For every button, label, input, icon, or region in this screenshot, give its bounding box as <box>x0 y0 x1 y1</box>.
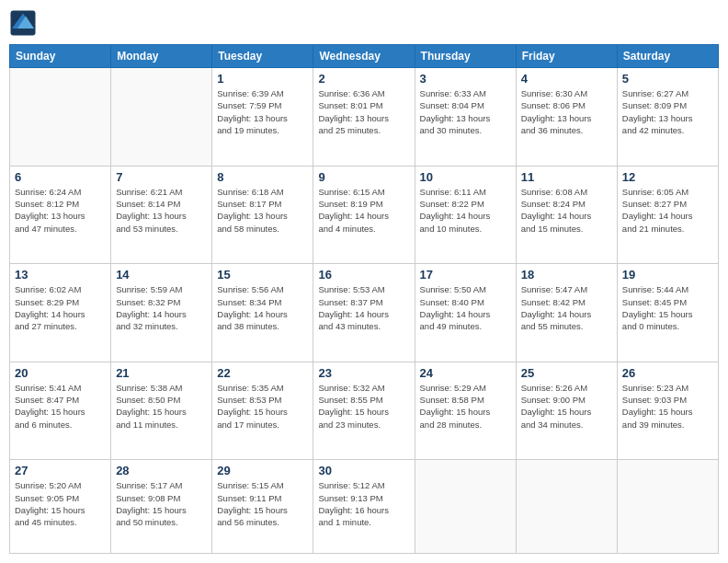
day-info: Sunrise: 5:47 AMSunset: 8:42 PMDaylight:… <box>521 283 612 332</box>
day-info: Sunrise: 6:18 AMSunset: 8:17 PMDaylight:… <box>217 186 308 235</box>
day-info: Sunrise: 5:23 AMSunset: 9:03 PMDaylight:… <box>622 382 713 431</box>
calendar-cell: 5Sunrise: 6:27 AMSunset: 8:09 PMDaylight… <box>617 68 718 167</box>
calendar-cell: 6Sunrise: 6:24 AMSunset: 8:12 PMDaylight… <box>10 166 111 264</box>
calendar-cell <box>111 68 212 167</box>
day-number: 5 <box>622 72 713 86</box>
calendar-cell: 14Sunrise: 5:59 AMSunset: 8:32 PMDayligh… <box>111 264 212 362</box>
day-info: Sunrise: 5:15 AMSunset: 9:11 PMDaylight:… <box>217 479 308 528</box>
day-info: Sunrise: 6:02 AMSunset: 8:29 PMDaylight:… <box>15 283 106 332</box>
day-info: Sunrise: 5:26 AMSunset: 9:00 PMDaylight:… <box>521 382 612 431</box>
day-info: Sunrise: 5:53 AMSunset: 8:37 PMDaylight:… <box>318 283 409 332</box>
day-info: Sunrise: 6:24 AMSunset: 8:12 PMDaylight:… <box>15 186 106 235</box>
week-row-2: 6Sunrise: 6:24 AMSunset: 8:12 PMDaylight… <box>10 166 719 264</box>
calendar-cell <box>617 460 718 554</box>
calendar-cell: 18Sunrise: 5:47 AMSunset: 8:42 PMDayligh… <box>516 264 617 362</box>
day-number: 30 <box>318 464 409 477</box>
day-number: 14 <box>116 268 207 282</box>
day-number: 10 <box>420 170 511 184</box>
calendar-header-row: Sunday Monday Tuesday Wednesday Thursday… <box>10 45 719 68</box>
calendar-cell: 15Sunrise: 5:56 AMSunset: 8:34 PMDayligh… <box>212 264 313 362</box>
col-tuesday: Tuesday <box>212 45 313 68</box>
calendar-cell: 19Sunrise: 5:44 AMSunset: 8:45 PMDayligh… <box>617 264 718 362</box>
day-info: Sunrise: 5:32 AMSunset: 8:55 PMDaylight:… <box>318 382 409 431</box>
calendar-cell: 4Sunrise: 6:30 AMSunset: 8:06 PMDaylight… <box>516 68 617 167</box>
calendar-cell: 11Sunrise: 6:08 AMSunset: 8:24 PMDayligh… <box>516 166 617 264</box>
day-info: Sunrise: 5:56 AMSunset: 8:34 PMDaylight:… <box>217 283 308 332</box>
col-sunday: Sunday <box>10 45 111 68</box>
calendar-cell: 26Sunrise: 5:23 AMSunset: 9:03 PMDayligh… <box>617 362 718 460</box>
day-number: 8 <box>217 170 308 184</box>
day-info: Sunrise: 6:21 AMSunset: 8:14 PMDaylight:… <box>116 186 207 235</box>
calendar-cell: 28Sunrise: 5:17 AMSunset: 9:08 PMDayligh… <box>111 460 212 554</box>
calendar-cell: 29Sunrise: 5:15 AMSunset: 9:11 PMDayligh… <box>212 460 313 554</box>
day-info: Sunrise: 6:05 AMSunset: 8:27 PMDaylight:… <box>622 186 713 235</box>
calendar-cell: 12Sunrise: 6:05 AMSunset: 8:27 PMDayligh… <box>617 166 718 264</box>
week-row-1: 1Sunrise: 6:39 AMSunset: 7:59 PMDaylight… <box>10 68 719 167</box>
calendar-cell: 16Sunrise: 5:53 AMSunset: 8:37 PMDayligh… <box>313 264 415 362</box>
calendar-cell: 25Sunrise: 5:26 AMSunset: 9:00 PMDayligh… <box>516 362 617 460</box>
day-info: Sunrise: 6:36 AMSunset: 8:01 PMDaylight:… <box>318 87 409 136</box>
week-row-5: 27Sunrise: 5:20 AMSunset: 9:05 PMDayligh… <box>10 460 719 554</box>
day-number: 23 <box>318 366 409 380</box>
calendar-table: Sunday Monday Tuesday Wednesday Thursday… <box>9 44 719 554</box>
day-number: 13 <box>15 268 106 282</box>
day-number: 28 <box>116 464 207 477</box>
calendar-cell: 1Sunrise: 6:39 AMSunset: 7:59 PMDaylight… <box>212 68 313 167</box>
logo-icon <box>9 9 37 37</box>
day-number: 26 <box>622 366 713 380</box>
calendar-cell <box>10 68 111 167</box>
week-row-3: 13Sunrise: 6:02 AMSunset: 8:29 PMDayligh… <box>10 264 719 362</box>
col-wednesday: Wednesday <box>313 45 415 68</box>
col-saturday: Saturday <box>617 45 718 68</box>
calendar-cell: 22Sunrise: 5:35 AMSunset: 8:53 PMDayligh… <box>212 362 313 460</box>
day-info: Sunrise: 6:08 AMSunset: 8:24 PMDaylight:… <box>521 186 612 235</box>
day-number: 4 <box>521 72 612 86</box>
day-number: 21 <box>116 366 207 380</box>
day-info: Sunrise: 6:30 AMSunset: 8:06 PMDaylight:… <box>521 87 612 136</box>
day-info: Sunrise: 5:17 AMSunset: 9:08 PMDaylight:… <box>116 479 207 528</box>
calendar-cell: 30Sunrise: 5:12 AMSunset: 9:13 PMDayligh… <box>313 460 415 554</box>
day-number: 27 <box>15 464 106 477</box>
calendar-cell: 24Sunrise: 5:29 AMSunset: 8:58 PMDayligh… <box>415 362 516 460</box>
day-number: 29 <box>217 464 308 477</box>
day-number: 9 <box>318 170 409 184</box>
day-number: 2 <box>318 72 409 86</box>
day-info: Sunrise: 5:50 AMSunset: 8:40 PMDaylight:… <box>420 283 511 332</box>
day-info: Sunrise: 5:12 AMSunset: 9:13 PMDaylight:… <box>318 479 409 528</box>
day-info: Sunrise: 5:35 AMSunset: 8:53 PMDaylight:… <box>217 382 308 431</box>
logo <box>9 9 40 37</box>
day-info: Sunrise: 5:38 AMSunset: 8:50 PMDaylight:… <box>116 382 207 431</box>
calendar-cell: 3Sunrise: 6:33 AMSunset: 8:04 PMDaylight… <box>415 68 516 167</box>
day-number: 19 <box>622 268 713 282</box>
col-friday: Friday <box>516 45 617 68</box>
day-number: 16 <box>318 268 409 282</box>
day-info: Sunrise: 5:59 AMSunset: 8:32 PMDaylight:… <box>116 283 207 332</box>
week-row-4: 20Sunrise: 5:41 AMSunset: 8:47 PMDayligh… <box>10 362 719 460</box>
day-info: Sunrise: 6:15 AMSunset: 8:19 PMDaylight:… <box>318 186 409 235</box>
page: Sunday Monday Tuesday Wednesday Thursday… <box>0 0 728 563</box>
day-info: Sunrise: 6:11 AMSunset: 8:22 PMDaylight:… <box>420 186 511 235</box>
day-number: 17 <box>420 268 511 282</box>
day-number: 22 <box>217 366 308 380</box>
calendar-cell: 27Sunrise: 5:20 AMSunset: 9:05 PMDayligh… <box>10 460 111 554</box>
calendar-cell: 21Sunrise: 5:38 AMSunset: 8:50 PMDayligh… <box>111 362 212 460</box>
calendar-cell: 23Sunrise: 5:32 AMSunset: 8:55 PMDayligh… <box>313 362 415 460</box>
calendar-cell: 10Sunrise: 6:11 AMSunset: 8:22 PMDayligh… <box>415 166 516 264</box>
day-number: 12 <box>622 170 713 184</box>
calendar-cell <box>516 460 617 554</box>
day-info: Sunrise: 6:39 AMSunset: 7:59 PMDaylight:… <box>217 87 308 136</box>
day-number: 1 <box>217 72 308 86</box>
day-number: 6 <box>15 170 106 184</box>
calendar-cell: 20Sunrise: 5:41 AMSunset: 8:47 PMDayligh… <box>10 362 111 460</box>
calendar-cell: 9Sunrise: 6:15 AMSunset: 8:19 PMDaylight… <box>313 166 415 264</box>
calendar-cell: 17Sunrise: 5:50 AMSunset: 8:40 PMDayligh… <box>415 264 516 362</box>
calendar-cell: 8Sunrise: 6:18 AMSunset: 8:17 PMDaylight… <box>212 166 313 264</box>
day-number: 11 <box>521 170 612 184</box>
calendar-cell: 13Sunrise: 6:02 AMSunset: 8:29 PMDayligh… <box>10 264 111 362</box>
day-number: 3 <box>420 72 511 86</box>
calendar-cell: 2Sunrise: 6:36 AMSunset: 8:01 PMDaylight… <box>313 68 415 167</box>
day-number: 20 <box>15 366 106 380</box>
day-number: 15 <box>217 268 308 282</box>
day-info: Sunrise: 5:44 AMSunset: 8:45 PMDaylight:… <box>622 283 713 332</box>
col-monday: Monday <box>111 45 212 68</box>
